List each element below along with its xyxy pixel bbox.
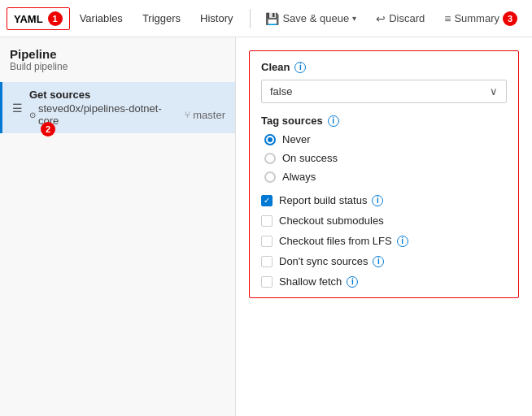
sidebar: Pipeline Build pipeline ☰ Get sources ⊙ … <box>0 37 236 416</box>
checkbox-checkout-submodules[interactable]: Checkout submodules <box>261 214 507 227</box>
checkbox-checkout-submodules-box <box>261 215 273 227</box>
report-build-info-icon[interactable]: i <box>372 195 383 206</box>
tag-sources-radio-group: Never On success Always <box>261 133 507 183</box>
checkbox-report-build-status-box: ✓ <box>261 195 273 206</box>
panel-border: Clean i false ∨ Tag sources i <box>249 50 519 298</box>
clean-info-icon[interactable]: i <box>294 62 306 73</box>
checkbox-dont-sync-label: Don't sync sources i <box>279 255 384 267</box>
tab-history-label: History <box>200 12 233 24</box>
radio-never-label: Never <box>282 133 311 145</box>
tab-history[interactable]: History <box>190 2 242 36</box>
summary-button[interactable]: ≡ Summary 3 <box>436 6 525 31</box>
nav-actions: 💾 Save & queue ▾ ↩ Discard ≡ Summary 3 <box>257 6 525 31</box>
get-sources-icon: ☰ <box>12 102 23 115</box>
tag-sources-label: Tag sources i <box>261 115 507 127</box>
checkbox-group: ✓ Report build status i Checkout submodu… <box>261 194 507 288</box>
radio-on-success-label: On success <box>282 152 338 164</box>
content-area: Pipeline Build pipeline ☰ Get sources ⊙ … <box>0 37 532 416</box>
checkbox-report-build-status-label: Report build status i <box>279 194 383 206</box>
item-badge: 2 <box>41 122 55 136</box>
tab-triggers[interactable]: Triggers <box>133 2 190 36</box>
clean-label: Clean i <box>261 61 507 73</box>
menu-icon: ≡ <box>444 12 451 25</box>
checkmark-icon: ✓ <box>264 197 270 205</box>
radio-never-circle <box>264 134 276 145</box>
yaml-badge: 1 <box>48 11 63 26</box>
summary-badge: 3 <box>503 11 517 26</box>
radio-on-success-circle <box>264 153 276 164</box>
tab-yaml-label: YAML <box>14 13 43 25</box>
sidebar-item-wrapper: ☰ Get sources ⊙ steved0x/pipelines-dotne… <box>0 82 235 148</box>
checkbox-shallow-fetch[interactable]: Shallow fetch i <box>261 275 507 288</box>
checkbox-shallow-fetch-label: Shallow fetch i <box>279 275 358 288</box>
branch-icon: ⑂ <box>185 110 190 119</box>
checkbox-shallow-fetch-box <box>261 276 273 288</box>
tab-yaml[interactable]: YAML 1 <box>7 7 70 30</box>
save-queue-button[interactable]: 💾 Save & queue ▾ <box>257 7 364 30</box>
radio-always-label: Always <box>282 171 316 183</box>
checkbox-dont-sync[interactable]: Don't sync sources i <box>261 255 507 267</box>
save-queue-label: Save & queue <box>282 12 349 24</box>
discard-label: Discard <box>389 12 425 24</box>
discard-button[interactable]: ↩ Discard <box>368 7 433 30</box>
save-icon: 💾 <box>265 12 279 25</box>
radio-always[interactable]: Always <box>264 171 507 183</box>
nav-divider <box>250 9 251 28</box>
pipeline-sub: Build pipeline <box>10 61 225 72</box>
tab-variables[interactable]: Variables <box>70 2 133 36</box>
tab-variables-label: Variables <box>80 12 123 24</box>
summary-label: Summary <box>454 12 499 24</box>
dont-sync-info-icon[interactable]: i <box>373 256 384 267</box>
sidebar-item-title: Get sources <box>29 89 225 101</box>
discard-icon: ↩ <box>376 12 386 25</box>
sidebar-item-get-sources[interactable]: ☰ Get sources ⊙ steved0x/pipelines-dotne… <box>0 82 235 133</box>
checkbox-checkout-lfs-box <box>261 236 273 247</box>
checkbox-checkout-submodules-label: Checkout submodules <box>279 214 384 227</box>
pipeline-name: Pipeline <box>10 47 225 61</box>
radio-never-dot <box>268 137 273 142</box>
clean-chevron-icon: ∨ <box>490 85 498 98</box>
radio-always-circle <box>264 171 276 183</box>
sidebar-item-branch: ⑂ master <box>185 109 225 121</box>
clean-dropdown[interactable]: false ∨ <box>261 80 507 103</box>
checkbox-dont-sync-box <box>261 256 273 267</box>
clean-value: false <box>270 85 292 98</box>
checkbox-report-build-status[interactable]: ✓ Report build status i <box>261 194 507 206</box>
tag-sources-info-icon[interactable]: i <box>328 115 339 127</box>
right-panel: Clean i false ∨ Tag sources i <box>236 37 532 416</box>
tab-triggers-label: Triggers <box>142 12 181 24</box>
repo-icon: ⊙ <box>29 110 36 119</box>
sidebar-item-content: Get sources ⊙ steved0x/pipelines-dotnet-… <box>29 89 225 127</box>
checkbox-checkout-lfs-label: Checkout files from LFS i <box>279 235 408 247</box>
radio-never[interactable]: Never <box>264 133 507 145</box>
shallow-fetch-info-icon[interactable]: i <box>347 276 358 288</box>
top-nav: YAML 1 Variables Triggers History 💾 Save… <box>0 0 532 37</box>
checkbox-checkout-lfs[interactable]: Checkout files from LFS i <box>261 235 507 247</box>
radio-on-success[interactable]: On success <box>264 152 507 164</box>
save-chevron-icon: ▾ <box>352 14 356 23</box>
checkout-lfs-info-icon[interactable]: i <box>397 236 408 247</box>
sidebar-item-meta: ⊙ steved0x/pipelines-dotnet-core ⑂ maste… <box>29 102 225 127</box>
pipeline-title: Pipeline Build pipeline <box>0 47 235 82</box>
app-container: YAML 1 Variables Triggers History 💾 Save… <box>0 0 532 416</box>
